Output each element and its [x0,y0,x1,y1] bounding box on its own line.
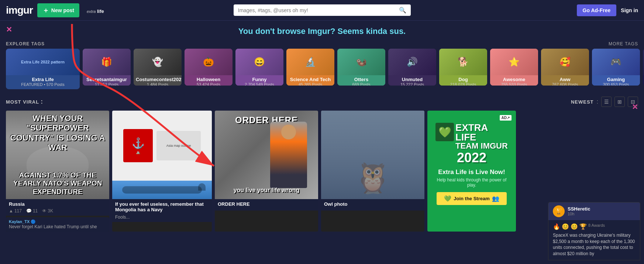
tag-card-otters[interactable]: 🦦 Otters 669 Posts [337,49,385,86]
post-card-owl[interactable]: 🦉 Owl photo [321,111,424,232]
meme1-bottom-text: AGAINST 1.7% OF THE YEARLY NATO'S WEAPON… [6,171,109,196]
chat-panel: 🏆 SSHeretic 10h 🔥 😊 😊 🏆 8 Awards SpaceX … [548,202,640,260]
tag-name: Unmuted [390,77,434,82]
award-icon: 😊 [571,223,578,230]
post-title-owl: Owl photo [324,201,421,207]
viral-title: MOST VIRAL : [6,98,43,105]
tag-name: Gaming [594,77,638,82]
chat-awards: 🔥 😊 😊 🏆 8 Awards [553,223,636,230]
post-meta-order: ORDER HERE [215,199,318,211]
svg-text:life: life [97,8,104,14]
ad-badge: AD↗ [500,115,512,121]
comment-stat: 💬 11 [26,208,38,213]
tag-name: Otters [340,77,383,82]
tag-posts: 53,424 Posts [187,82,230,86]
close-button-left[interactable]: ✕ [6,25,12,34]
tag-name: Halloween [187,77,230,82]
chat-username: SSHeretic [568,206,590,212]
chat-time: 10h [568,212,590,216]
post-card-ad[interactable]: AD↗ 💚 EXTRA LIFE TEAM IMGUR 2022 [427,111,516,232]
newest-controls: NEWEST : ☰ ⊞ ⊟ [571,97,638,107]
tag-posts: 11,952 Posts [85,82,128,86]
viral-section: MOST VIRAL : NEWEST : ☰ ⊞ ⊟ WHEN YO [0,94,644,232]
tag-name: Funny [238,77,281,82]
sign-in-button[interactable]: Sign in [621,7,638,13]
award-count: 8 Awards [588,223,605,230]
go-ad-free-button[interactable]: Go Ad-Free [577,4,617,16]
meme1-image: WHEN YOUR "SUPERPOWER COUNTRY" IS LOSING… [6,111,109,199]
viral-header: MOST VIRAL : NEWEST : ☰ ⊞ ⊟ [6,97,638,107]
newest-label: NEWEST [571,99,594,105]
chat-body: 🔥 😊 😊 🏆 8 Awards SpaceX was charging Ukr… [548,220,640,260]
more-tags-link[interactable]: MORE TAGS [609,41,638,46]
meme2-top: ⚓ ⛰️ Asia map outline [112,111,212,181]
tag-posts: 755,533 Posts [492,82,536,86]
extra-life-svg: extra life [87,5,116,16]
tags-row: Extra Life 2022 pattern Extra Life FEATU… [0,49,644,94]
search-input[interactable] [238,7,399,13]
tag-card-scitech[interactable]: 🔬 Science And Tech 45,385 Posts [286,49,334,86]
post-card-mongolia[interactable]: ⚓ ⛰️ Asia map outline [112,111,212,232]
tag-name: Aww [543,77,587,82]
post-caption-mongolia: Fools... [115,214,209,220]
tag-name: Awesome [492,77,536,82]
tag-card-costume[interactable]: 👻 Costumecontest2022 1,484 Posts [134,49,182,86]
tag-posts: 767,608 Posts [543,82,587,86]
tag-card-aww[interactable]: 🥰 Aww 767,608 Posts [541,49,589,86]
promo-banner: You don't browse Imgur? Seems kinda sus. [0,21,644,39]
ad-join-button[interactable]: 💚 Join the Stream 👥 [437,192,507,205]
upvote-stat: ▲ 117 [9,208,22,213]
tag-card-halloween[interactable]: 🎃 Halloween 53,424 Posts [185,49,233,86]
ad-title: Extra Life is Live Now! [438,169,505,176]
post-stats: ▲ 117 💬 11 👁 3K [9,208,106,213]
tag-posts: 2,704,549 Posts [238,82,281,86]
new-post-button[interactable]: ＋ New post [37,3,79,17]
post-meta-owl: Owl photo [321,199,424,211]
plus-icon: ＋ [42,6,49,15]
imgur-logo: imgur [6,4,33,16]
tag-card-gaming[interactable]: 🎮 Gaming 300,653 Posts [592,49,640,86]
meme2-image: ⚓ ⛰️ Asia map outline [112,111,212,199]
tag-name: Dog [441,77,485,82]
tag-name: Science And Tech [289,77,332,82]
tag-posts: 218,078 Posts [441,82,485,86]
award-icon: 🔥 [553,223,560,230]
explore-tags-title: EXPLORE TAGS [6,41,45,46]
tag-card-secretsanta[interactable]: 🎁 Secretsantaimgur 11,952 Posts [83,49,131,86]
tag-card-dog[interactable]: 🐕 Dog 218,078 Posts [439,49,487,86]
tag-posts: 15,222 Posts [390,82,434,86]
tag-name: Extra Life [8,77,78,82]
tag-posts: 1,484 Posts [136,82,179,86]
post-title: Russia [9,201,106,207]
tag-card-extra-life[interactable]: Extra Life 2022 pattern Extra Life FEATU… [6,49,80,89]
header: imgur ＋ New post extra life 🔍 Go Ad-Free… [0,0,644,21]
comment-snippet: Kaylan_TX 🔵 Never forget Kari Lake hated… [6,217,109,232]
svg-text:extra: extra [87,9,96,14]
grid-view-button[interactable]: ⊞ [614,97,625,107]
tag-posts: FEATURED • 570 Posts [8,82,78,87]
award-icon: 😊 [562,223,569,230]
tag-posts: 45,385 Posts [289,82,332,86]
tag-posts: 300,653 Posts [594,82,638,86]
tag-card-awesome[interactable]: ⭐ Awesome 755,533 Posts [490,49,538,86]
tag-card-unmuted[interactable]: 🔊 Unmuted 15,222 Posts [388,49,436,86]
tile-view-button[interactable]: ⊟ [628,97,638,107]
tag-posts: 669 Posts [340,82,383,86]
comment-author: Kaylan_TX 🔵 [9,219,106,224]
post-card-order[interactable]: ORDER HERE you live your life wrong ORDE… [215,111,318,232]
chat-header: 🏆 SSHeretic 10h [548,202,640,220]
tag-card-funny[interactable]: 😄 Funny 2,704,549 Posts [235,49,283,86]
posts-grid: WHEN YOUR "SUPERPOWER COUNTRY" IS LOSING… [6,111,638,232]
post-meta: Russia ▲ 117 💬 11 👁 3K [6,199,109,216]
post-card-russia[interactable]: WHEN YOUR "SUPERPOWER COUNTRY" IS LOSING… [6,111,109,232]
chat-message: SpaceX was charging Ukraine's military $… [553,232,636,257]
header-right: Go Ad-Free Sign in [577,4,638,16]
chat-avatar: 🏆 [553,205,565,217]
explore-tags-header: EXPLORE TAGS MORE TAGS [0,39,644,49]
extra-life-logo[interactable]: extra life [87,5,116,16]
meme1-top-text: WHEN YOUR "SUPERPOWER COUNTRY" IS LOSING… [6,114,109,153]
search-icon: 🔍 [399,7,406,14]
list-view-button[interactable]: ☰ [601,97,612,107]
search-bar: 🔍 [234,4,411,16]
ad-subtitle: Help heal kids through the power of play… [432,177,512,188]
